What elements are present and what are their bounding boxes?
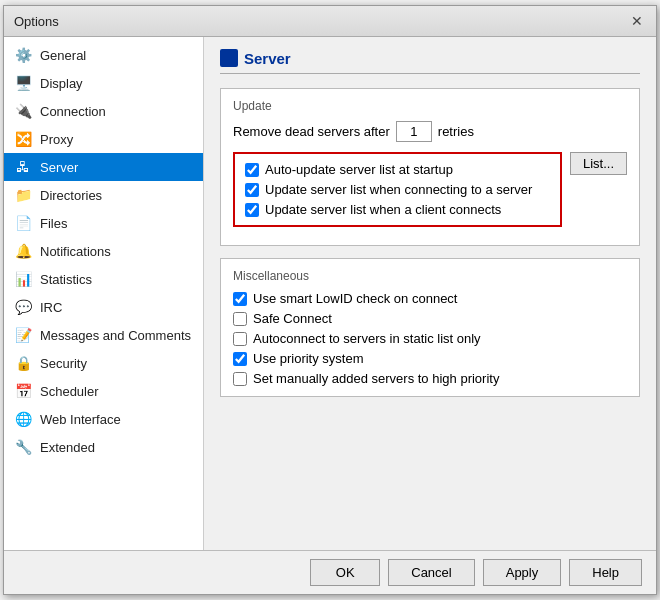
directories-icon: 📁 (14, 186, 32, 204)
sidebar-item-irc[interactable]: 💬IRC (4, 293, 203, 321)
checkbox-auto_update[interactable] (245, 163, 259, 177)
update-and-list: Auto-update server list at startupUpdate… (233, 152, 627, 235)
proxy-icon: 🔀 (14, 130, 32, 148)
title-bar: Options ✕ (4, 6, 656, 37)
display-icon: 🖥️ (14, 74, 32, 92)
messages-icon: 📝 (14, 326, 32, 344)
retries-input[interactable] (396, 121, 432, 142)
label-auto_update: Auto-update server list at startup (265, 162, 453, 177)
sidebar-item-server[interactable]: 🖧Server (4, 153, 203, 181)
label-update_client: Update server list when a client connect… (265, 202, 501, 217)
misc-label-high_priority: Set manually added servers to high prior… (253, 371, 499, 386)
webinterface-icon: 🌐 (14, 410, 32, 428)
help-button[interactable]: Help (569, 559, 642, 586)
misc-check-row-safe_connect: Safe Connect (233, 311, 627, 326)
misc-label-use_priority: Use priority system (253, 351, 364, 366)
check-row-update_connecting: Update server list when connecting to a … (245, 182, 550, 197)
misc-check-row-autoconnect_static: Autoconnect to servers in static list on… (233, 331, 627, 346)
sidebar-item-webinterface[interactable]: 🌐Web Interface (4, 405, 203, 433)
dialog-body: ⚙️General🖥️Display🔌Connection🔀Proxy🖧Serv… (4, 37, 656, 550)
misc-checkbox-high_priority[interactable] (233, 372, 247, 386)
update-section: Update Remove dead servers after retries… (220, 88, 640, 246)
irc-icon: 💬 (14, 298, 32, 316)
dialog-title: Options (14, 14, 59, 29)
scheduler-label: Scheduler (40, 384, 99, 399)
close-button[interactable]: ✕ (628, 12, 646, 30)
retries-label: retries (438, 124, 474, 139)
files-label: Files (40, 216, 67, 231)
misc-check-row-smart_lowid: Use smart LowID check on connect (233, 291, 627, 306)
sidebar-item-general[interactable]: ⚙️General (4, 41, 203, 69)
misc-check-row-high_priority: Set manually added servers to high prior… (233, 371, 627, 386)
sidebar-item-messages[interactable]: 📝Messages and Comments (4, 321, 203, 349)
misc-label-autoconnect_static: Autoconnect to servers in static list on… (253, 331, 481, 346)
general-icon: ⚙️ (14, 46, 32, 64)
ok-button[interactable]: OK (310, 559, 380, 586)
checkbox-update_connecting[interactable] (245, 183, 259, 197)
sidebar-item-connection[interactable]: 🔌Connection (4, 97, 203, 125)
check-row-auto_update: Auto-update server list at startup (245, 162, 550, 177)
scheduler-icon: 📅 (14, 382, 32, 400)
list-button[interactable]: List... (570, 152, 627, 175)
sidebar-item-extended[interactable]: 🔧Extended (4, 433, 203, 461)
display-label: Display (40, 76, 83, 91)
misc-label-smart_lowid: Use smart LowID check on connect (253, 291, 457, 306)
security-icon: 🔒 (14, 354, 32, 372)
options-dialog: Options ✕ ⚙️General🖥️Display🔌Connection🔀… (3, 5, 657, 595)
general-label: General (40, 48, 86, 63)
server-icon: 🖧 (14, 158, 32, 176)
sidebar-item-security[interactable]: 🔒Security (4, 349, 203, 377)
content-area: Server Update Remove dead servers after … (204, 37, 656, 550)
sidebar: ⚙️General🖥️Display🔌Connection🔀Proxy🖧Serv… (4, 37, 204, 550)
dialog-footer: OK Cancel Apply Help (4, 550, 656, 594)
extended-label: Extended (40, 440, 95, 455)
sidebar-item-directories[interactable]: 📁Directories (4, 181, 203, 209)
misc-checkbox-use_priority[interactable] (233, 352, 247, 366)
misc-section-label: Miscellaneous (233, 269, 627, 283)
proxy-label: Proxy (40, 132, 73, 147)
highlighted-checks-area: Auto-update server list at startupUpdate… (233, 152, 562, 235)
misc-checkbox-autoconnect_static[interactable] (233, 332, 247, 346)
content-title-icon (220, 49, 238, 67)
check-row-update_client: Update server list when a client connect… (245, 202, 550, 217)
remove-dead-label: Remove dead servers after (233, 124, 390, 139)
update-section-label: Update (233, 99, 627, 113)
sidebar-item-notifications[interactable]: 🔔Notifications (4, 237, 203, 265)
misc-checkbox-safe_connect[interactable] (233, 312, 247, 326)
apply-button[interactable]: Apply (483, 559, 562, 586)
connection-label: Connection (40, 104, 106, 119)
statistics-label: Statistics (40, 272, 92, 287)
highlighted-box: Auto-update server list at startupUpdate… (233, 152, 562, 227)
checkbox-update_client[interactable] (245, 203, 259, 217)
webinterface-label: Web Interface (40, 412, 121, 427)
misc-checkbox-smart_lowid[interactable] (233, 292, 247, 306)
sidebar-item-proxy[interactable]: 🔀Proxy (4, 125, 203, 153)
label-update_connecting: Update server list when connecting to a … (265, 182, 532, 197)
server-label: Server (40, 160, 78, 175)
notifications-icon: 🔔 (14, 242, 32, 260)
content-title: Server (220, 49, 640, 74)
security-label: Security (40, 356, 87, 371)
sidebar-item-statistics[interactable]: 📊Statistics (4, 265, 203, 293)
misc-section: Miscellaneous Use smart LowID check on c… (220, 258, 640, 397)
directories-label: Directories (40, 188, 102, 203)
misc-checks-container: Use smart LowID check on connectSafe Con… (233, 291, 627, 386)
extended-icon: 🔧 (14, 438, 32, 456)
messages-label: Messages and Comments (40, 328, 191, 343)
misc-label-safe_connect: Safe Connect (253, 311, 332, 326)
sidebar-item-files[interactable]: 📄Files (4, 209, 203, 237)
sidebar-item-scheduler[interactable]: 📅Scheduler (4, 377, 203, 405)
remove-dead-row: Remove dead servers after retries (233, 121, 627, 142)
content-title-text: Server (244, 50, 291, 67)
statistics-icon: 📊 (14, 270, 32, 288)
sidebar-item-display[interactable]: 🖥️Display (4, 69, 203, 97)
irc-label: IRC (40, 300, 62, 315)
notifications-label: Notifications (40, 244, 111, 259)
connection-icon: 🔌 (14, 102, 32, 120)
misc-check-row-use_priority: Use priority system (233, 351, 627, 366)
cancel-button[interactable]: Cancel (388, 559, 474, 586)
files-icon: 📄 (14, 214, 32, 232)
